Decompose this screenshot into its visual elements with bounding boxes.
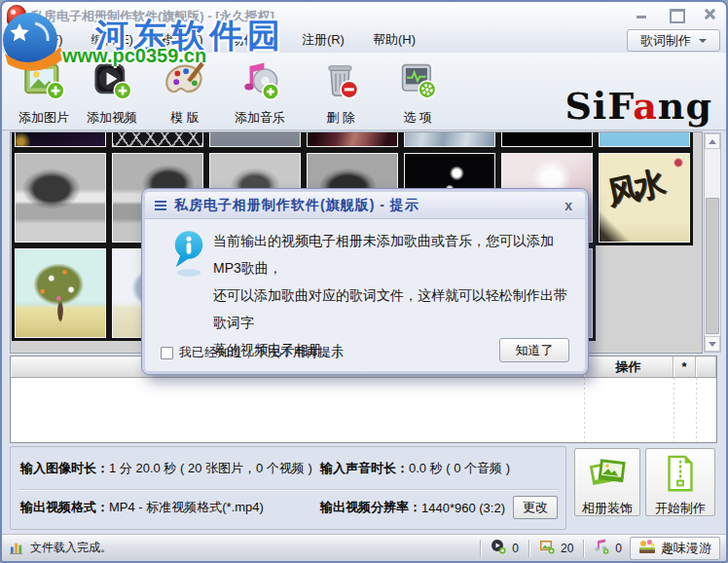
divider xyxy=(583,540,584,557)
thumbnail-image: 风水 xyxy=(599,153,690,243)
video-count-icon xyxy=(491,539,506,557)
start-create-button[interactable]: 开始制作 xyxy=(645,448,715,516)
fun-roam-icon xyxy=(638,539,656,557)
menu-item-register[interactable]: 注册(R) xyxy=(292,28,354,52)
start-create-label: 开始制作 xyxy=(655,500,706,517)
dont-remind-checkbox[interactable] xyxy=(161,347,173,359)
divider xyxy=(18,489,558,490)
menu-item-file[interactable]: 文件(F) xyxy=(12,28,73,52)
dialog-ok-button[interactable]: 知道了 xyxy=(499,338,569,362)
thumbnail-image xyxy=(599,131,690,147)
thumbnail-8[interactable] xyxy=(12,150,109,245)
video-counter: 0 xyxy=(487,539,523,557)
close-button[interactable] xyxy=(704,9,716,19)
menu-bar: 文件(F)编辑(E)模版(T)动作(A)注册(R)帮助(H) xyxy=(2,27,726,53)
dialog-title-bar: 私房电子相册制作软件(旗舰版) - 提示 x xyxy=(145,192,585,219)
add-video-button[interactable]: 添加视频 xyxy=(78,58,146,127)
image-count-icon xyxy=(539,539,555,557)
minimize-button[interactable] xyxy=(636,9,648,19)
lyrics-make-button[interactable]: 歌词制作 xyxy=(627,29,720,52)
output-info-panel: 输入图像时长： 1 分 20.0 秒 ( 20 张图片，0 个视频 ) 输入声音… xyxy=(10,446,566,530)
menu-item-template[interactable]: 模版(T) xyxy=(152,28,213,52)
thumbnail-7[interactable] xyxy=(596,131,693,150)
thumbnail-image xyxy=(15,131,106,147)
table-header-col-5[interactable] xyxy=(696,357,716,377)
image-count-value: 20 xyxy=(561,542,573,555)
thumbnail-image xyxy=(307,131,398,147)
music-count-icon xyxy=(594,539,609,557)
audio-duration-label: 输入声音时长： xyxy=(320,460,409,477)
scrollbar-thumb[interactable] xyxy=(706,198,719,334)
info-icon xyxy=(170,229,207,282)
menu-item-edit[interactable]: 编辑(E) xyxy=(82,28,143,52)
thumbnail-5[interactable] xyxy=(401,131,498,150)
template-icon xyxy=(164,58,206,105)
delete-label: 删 除 xyxy=(326,109,355,127)
maximize-button[interactable] xyxy=(670,9,682,19)
toolbar: SiFang 添加图片添加视频模 版添加音乐删 除选 项 xyxy=(2,53,726,131)
add-music-button[interactable]: 添加音乐 xyxy=(226,58,294,127)
delete-button[interactable]: 删 除 xyxy=(307,58,375,127)
add-music-icon xyxy=(238,58,281,105)
image-duration-value: 1 分 20.0 秒 ( 20 张图片，0 个视频 ) xyxy=(109,460,312,477)
music-counter: 0 xyxy=(590,539,626,557)
image-duration-label: 输入图像时长： xyxy=(20,460,109,477)
thumbnail-calligraphy-text: 风水 xyxy=(603,163,666,216)
thumbnail-14[interactable]: 风水 xyxy=(596,150,693,245)
add-image-icon xyxy=(22,58,65,105)
start-create-icon xyxy=(660,453,701,498)
video-format-value: MP4 - 标准视频格式(*.mp4) xyxy=(109,499,264,516)
music-count-value: 0 xyxy=(615,542,622,555)
add-image-label: 添加图片 xyxy=(18,109,69,127)
table-header-col-3[interactable]: 操作 xyxy=(584,357,673,377)
add-video-label: 添加视频 xyxy=(87,109,137,127)
chevron-down-icon xyxy=(699,39,707,43)
music-table-body xyxy=(11,378,716,442)
thumbnail-image xyxy=(112,131,203,147)
app-window: 私房电子相册制作软件(旗舰版) - [永久授权] 文件(F)编辑(E)模版(T)… xyxy=(0,0,728,563)
thumbnail-3[interactable] xyxy=(206,131,304,150)
dialog-title: 私房电子相册制作软件(旗舰版) - 提示 xyxy=(174,197,562,214)
app-icon xyxy=(7,5,26,24)
status-message: 文件载入完成。 xyxy=(30,540,112,556)
dont-remind-label[interactable]: 我已经知道，下次不用再提示 xyxy=(179,344,344,361)
audio-duration-value: 0.0 秒 ( 0 个音频 ) xyxy=(409,460,510,477)
thumbnail-1[interactable] xyxy=(12,131,109,150)
divider xyxy=(480,540,481,557)
template-button[interactable]: 模 版 xyxy=(151,58,219,127)
options-label: 选 项 xyxy=(403,109,432,127)
divider xyxy=(528,540,529,557)
thumbnail-2[interactable] xyxy=(109,131,206,150)
scroll-up-arrow-icon[interactable] xyxy=(705,133,720,149)
add-image-button[interactable]: 添加图片 xyxy=(10,58,78,127)
fun-roam-button[interactable]: 趣味漫游 xyxy=(630,537,720,560)
menu-item-action[interactable]: 动作(A) xyxy=(222,28,283,52)
thumbnail-image xyxy=(209,131,301,147)
thumbnail-15[interactable] xyxy=(12,245,109,341)
dialog-close-icon[interactable]: x xyxy=(562,199,575,212)
delete-icon xyxy=(319,58,362,105)
tip-dialog: 私房电子相册制作软件(旗舰版) - 提示 x 当前输出的视频电子相册未添加歌曲或… xyxy=(141,188,589,375)
image-counter: 20 xyxy=(535,539,577,557)
sifang-brand-logo: SiFang xyxy=(564,88,712,125)
add-video-icon xyxy=(91,58,133,105)
window-title: 私房电子相册制作软件(旗舰版) - [永久授权] xyxy=(31,8,274,25)
thumbnail-image xyxy=(404,131,495,147)
change-resolution-button[interactable]: 更改 xyxy=(513,496,558,519)
dialog-menu-icon xyxy=(155,201,166,210)
dialog-body: 当前输出的视频电子相册未添加歌曲或音乐，您可以添加MP3歌曲， 还可以添加歌曲对… xyxy=(145,219,585,371)
album-decorate-label: 相册装饰 xyxy=(582,500,633,517)
status-bar: 文件载入完成。 0200 趣味漫游 xyxy=(2,534,726,561)
add-music-label: 添加音乐 xyxy=(235,109,285,127)
scroll-down-arrow-icon[interactable] xyxy=(705,336,720,352)
options-icon xyxy=(396,58,439,105)
lyrics-make-label: 歌词制作 xyxy=(640,32,691,50)
album-decorate-button[interactable]: 相册装饰 xyxy=(574,448,640,516)
options-button[interactable]: 选 项 xyxy=(383,58,452,127)
resolution-label: 输出视频分辨率： xyxy=(320,499,421,516)
thumbnail-6[interactable] xyxy=(498,131,596,150)
thumbnail-scrollbar[interactable] xyxy=(704,132,721,353)
menu-item-help[interactable]: 帮助(H) xyxy=(363,28,425,52)
thumbnail-4[interactable] xyxy=(304,131,401,150)
table-header-col-4[interactable]: * xyxy=(673,357,696,377)
